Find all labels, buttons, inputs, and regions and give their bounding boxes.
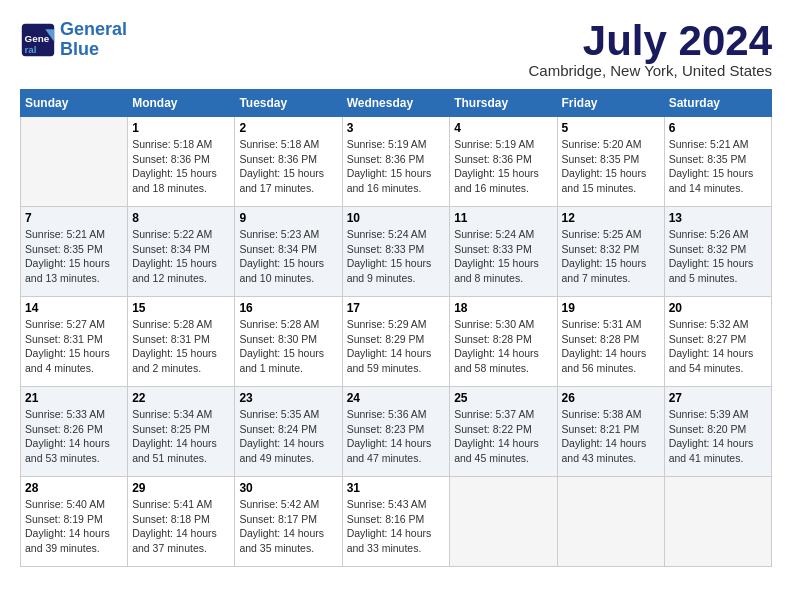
calendar-cell: 26Sunrise: 5:38 AM Sunset: 8:21 PM Dayli… (557, 387, 664, 477)
calendar-cell: 13Sunrise: 5:26 AM Sunset: 8:32 PM Dayli… (664, 207, 771, 297)
calendar-cell: 5Sunrise: 5:20 AM Sunset: 8:35 PM Daylig… (557, 117, 664, 207)
month-title: July 2024 (529, 20, 772, 62)
day-header-saturday: Saturday (664, 90, 771, 117)
day-info: Sunrise: 5:21 AM Sunset: 8:35 PM Dayligh… (669, 137, 767, 196)
day-number: 7 (25, 211, 123, 225)
day-number: 5 (562, 121, 660, 135)
calendar-cell: 20Sunrise: 5:32 AM Sunset: 8:27 PM Dayli… (664, 297, 771, 387)
calendar-cell: 3Sunrise: 5:19 AM Sunset: 8:36 PM Daylig… (342, 117, 450, 207)
day-info: Sunrise: 5:34 AM Sunset: 8:25 PM Dayligh… (132, 407, 230, 466)
calendar-week-row: 21Sunrise: 5:33 AM Sunset: 8:26 PM Dayli… (21, 387, 772, 477)
day-info: Sunrise: 5:21 AM Sunset: 8:35 PM Dayligh… (25, 227, 123, 286)
calendar-cell: 11Sunrise: 5:24 AM Sunset: 8:33 PM Dayli… (450, 207, 557, 297)
day-number: 27 (669, 391, 767, 405)
day-number: 18 (454, 301, 552, 315)
logo-line2: Blue (60, 40, 127, 60)
day-header-thursday: Thursday (450, 90, 557, 117)
svg-text:ral: ral (25, 43, 37, 54)
calendar-cell: 16Sunrise: 5:28 AM Sunset: 8:30 PM Dayli… (235, 297, 342, 387)
calendar-cell: 23Sunrise: 5:35 AM Sunset: 8:24 PM Dayli… (235, 387, 342, 477)
calendar-cell (450, 477, 557, 567)
day-info: Sunrise: 5:25 AM Sunset: 8:32 PM Dayligh… (562, 227, 660, 286)
day-header-wednesday: Wednesday (342, 90, 450, 117)
day-number: 13 (669, 211, 767, 225)
day-info: Sunrise: 5:40 AM Sunset: 8:19 PM Dayligh… (25, 497, 123, 556)
page-header: Gene ral General Blue July 2024 Cambridg… (20, 20, 772, 79)
day-info: Sunrise: 5:38 AM Sunset: 8:21 PM Dayligh… (562, 407, 660, 466)
day-number: 30 (239, 481, 337, 495)
day-info: Sunrise: 5:42 AM Sunset: 8:17 PM Dayligh… (239, 497, 337, 556)
title-block: July 2024 Cambridge, New York, United St… (529, 20, 772, 79)
calendar-cell: 15Sunrise: 5:28 AM Sunset: 8:31 PM Dayli… (128, 297, 235, 387)
day-number: 4 (454, 121, 552, 135)
day-info: Sunrise: 5:19 AM Sunset: 8:36 PM Dayligh… (347, 137, 446, 196)
day-number: 2 (239, 121, 337, 135)
day-info: Sunrise: 5:24 AM Sunset: 8:33 PM Dayligh… (347, 227, 446, 286)
svg-text:Gene: Gene (25, 33, 50, 44)
day-info: Sunrise: 5:24 AM Sunset: 8:33 PM Dayligh… (454, 227, 552, 286)
calendar-cell: 25Sunrise: 5:37 AM Sunset: 8:22 PM Dayli… (450, 387, 557, 477)
day-number: 23 (239, 391, 337, 405)
day-info: Sunrise: 5:37 AM Sunset: 8:22 PM Dayligh… (454, 407, 552, 466)
day-header-tuesday: Tuesday (235, 90, 342, 117)
calendar-cell: 22Sunrise: 5:34 AM Sunset: 8:25 PM Dayli… (128, 387, 235, 477)
day-info: Sunrise: 5:20 AM Sunset: 8:35 PM Dayligh… (562, 137, 660, 196)
day-info: Sunrise: 5:31 AM Sunset: 8:28 PM Dayligh… (562, 317, 660, 376)
calendar-cell: 6Sunrise: 5:21 AM Sunset: 8:35 PM Daylig… (664, 117, 771, 207)
calendar-week-row: 14Sunrise: 5:27 AM Sunset: 8:31 PM Dayli… (21, 297, 772, 387)
calendar-cell (21, 117, 128, 207)
calendar-week-row: 28Sunrise: 5:40 AM Sunset: 8:19 PM Dayli… (21, 477, 772, 567)
day-number: 31 (347, 481, 446, 495)
calendar-cell: 2Sunrise: 5:18 AM Sunset: 8:36 PM Daylig… (235, 117, 342, 207)
calendar-cell (664, 477, 771, 567)
day-number: 28 (25, 481, 123, 495)
calendar-cell: 24Sunrise: 5:36 AM Sunset: 8:23 PM Dayli… (342, 387, 450, 477)
day-number: 22 (132, 391, 230, 405)
day-info: Sunrise: 5:23 AM Sunset: 8:34 PM Dayligh… (239, 227, 337, 286)
calendar-cell: 14Sunrise: 5:27 AM Sunset: 8:31 PM Dayli… (21, 297, 128, 387)
day-number: 3 (347, 121, 446, 135)
day-number: 19 (562, 301, 660, 315)
day-number: 11 (454, 211, 552, 225)
day-number: 1 (132, 121, 230, 135)
day-number: 6 (669, 121, 767, 135)
day-number: 17 (347, 301, 446, 315)
calendar-cell: 1Sunrise: 5:18 AM Sunset: 8:36 PM Daylig… (128, 117, 235, 207)
day-info: Sunrise: 5:19 AM Sunset: 8:36 PM Dayligh… (454, 137, 552, 196)
day-number: 10 (347, 211, 446, 225)
day-info: Sunrise: 5:43 AM Sunset: 8:16 PM Dayligh… (347, 497, 446, 556)
calendar-cell: 21Sunrise: 5:33 AM Sunset: 8:26 PM Dayli… (21, 387, 128, 477)
day-info: Sunrise: 5:36 AM Sunset: 8:23 PM Dayligh… (347, 407, 446, 466)
day-info: Sunrise: 5:18 AM Sunset: 8:36 PM Dayligh… (132, 137, 230, 196)
location: Cambridge, New York, United States (529, 62, 772, 79)
day-info: Sunrise: 5:18 AM Sunset: 8:36 PM Dayligh… (239, 137, 337, 196)
day-info: Sunrise: 5:27 AM Sunset: 8:31 PM Dayligh… (25, 317, 123, 376)
day-number: 15 (132, 301, 230, 315)
day-number: 26 (562, 391, 660, 405)
day-info: Sunrise: 5:35 AM Sunset: 8:24 PM Dayligh… (239, 407, 337, 466)
day-number: 16 (239, 301, 337, 315)
day-number: 8 (132, 211, 230, 225)
day-info: Sunrise: 5:28 AM Sunset: 8:30 PM Dayligh… (239, 317, 337, 376)
day-number: 21 (25, 391, 123, 405)
calendar-cell: 28Sunrise: 5:40 AM Sunset: 8:19 PM Dayli… (21, 477, 128, 567)
day-info: Sunrise: 5:22 AM Sunset: 8:34 PM Dayligh… (132, 227, 230, 286)
calendar-cell: 30Sunrise: 5:42 AM Sunset: 8:17 PM Dayli… (235, 477, 342, 567)
calendar-cell: 27Sunrise: 5:39 AM Sunset: 8:20 PM Dayli… (664, 387, 771, 477)
logo-icon: Gene ral (20, 22, 56, 58)
calendar-cell: 31Sunrise: 5:43 AM Sunset: 8:16 PM Dayli… (342, 477, 450, 567)
calendar-cell: 19Sunrise: 5:31 AM Sunset: 8:28 PM Dayli… (557, 297, 664, 387)
logo: Gene ral General Blue (20, 20, 127, 60)
day-info: Sunrise: 5:30 AM Sunset: 8:28 PM Dayligh… (454, 317, 552, 376)
day-number: 14 (25, 301, 123, 315)
calendar-cell: 29Sunrise: 5:41 AM Sunset: 8:18 PM Dayli… (128, 477, 235, 567)
day-number: 29 (132, 481, 230, 495)
day-info: Sunrise: 5:39 AM Sunset: 8:20 PM Dayligh… (669, 407, 767, 466)
day-header-friday: Friday (557, 90, 664, 117)
calendar-cell: 8Sunrise: 5:22 AM Sunset: 8:34 PM Daylig… (128, 207, 235, 297)
calendar-cell: 10Sunrise: 5:24 AM Sunset: 8:33 PM Dayli… (342, 207, 450, 297)
day-header-monday: Monday (128, 90, 235, 117)
calendar-cell: 17Sunrise: 5:29 AM Sunset: 8:29 PM Dayli… (342, 297, 450, 387)
calendar-week-row: 1Sunrise: 5:18 AM Sunset: 8:36 PM Daylig… (21, 117, 772, 207)
day-header-sunday: Sunday (21, 90, 128, 117)
